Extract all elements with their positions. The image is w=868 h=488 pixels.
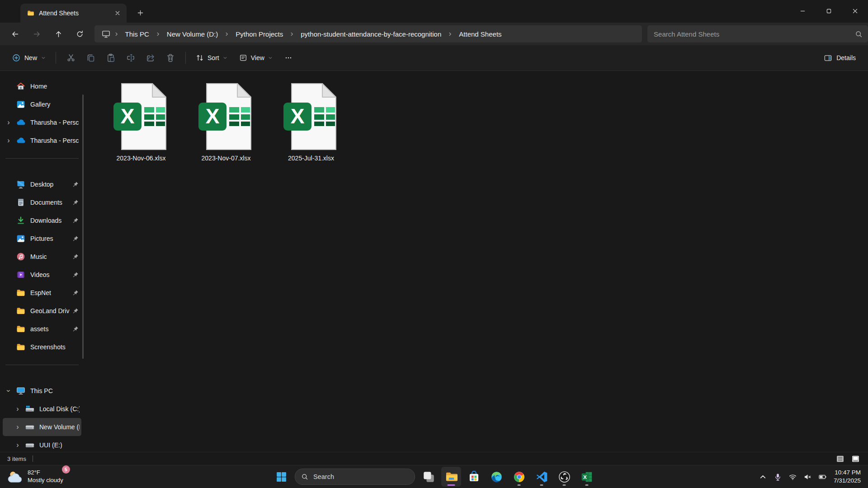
edge-button[interactable] — [486, 467, 506, 487]
sidebar-item-home[interactable]: Home — [3, 77, 81, 95]
chevron-icon[interactable] — [5, 119, 13, 126]
address-bar[interactable]: This PC New Volume (D:) Python Projects … — [94, 25, 642, 42]
pin-icon — [72, 272, 79, 278]
breadcrumb-item[interactable]: Attend Sheets — [454, 28, 506, 40]
new-tab-button[interactable] — [134, 6, 146, 19]
file-name: 2025-Jul-31.xlsx — [288, 155, 334, 162]
sidebar-item-this-pc[interactable]: This PC — [3, 382, 81, 400]
sidebar-item-screenshots[interactable]: Screenshots — [3, 338, 81, 356]
file-explorer-button[interactable] — [441, 467, 461, 487]
taskbar-search[interactable]: Search — [295, 469, 415, 485]
sidebar-item-label: Desktop — [30, 181, 72, 188]
chevron-icon[interactable] — [14, 423, 22, 431]
2023-Nov-07.xlsx[interactable]: X 2023-Nov-07.xlsx — [187, 83, 265, 164]
sidebar-item-downloads[interactable]: Downloads — [3, 211, 81, 230]
system-tray: 10:47 PM 7/31/2025 — [755, 468, 866, 486]
obs-studio-button[interactable] — [554, 467, 574, 487]
sidebar-item-uui-e[interactable]: UUI (E:) — [3, 436, 81, 452]
clock-time: 10:47 PM — [834, 469, 861, 477]
sidebar-item-videos[interactable]: Videos — [3, 266, 81, 284]
search-input[interactable] — [653, 30, 855, 38]
minimize-icon — [800, 9, 805, 14]
tab-close-button[interactable] — [112, 8, 123, 19]
minimize-button[interactable] — [789, 0, 816, 22]
sidebar-item-label: Pictures — [30, 235, 72, 242]
battery-status-icon[interactable] — [815, 468, 830, 486]
forward-button[interactable] — [27, 25, 47, 42]
task-view-button[interactable] — [419, 467, 439, 487]
gallery-icon — [16, 100, 25, 109]
hidden-icons-button[interactable] — [755, 468, 770, 486]
sidebar-item-music[interactable]: Music — [3, 248, 81, 266]
breadcrumb-item[interactable]: python-student-attendance-by-face-recogn… — [296, 28, 446, 40]
breadcrumb-item[interactable]: Python Projects — [231, 28, 288, 40]
clock[interactable]: 10:47 PM 7/31/2025 — [830, 469, 866, 485]
breadcrumb-item[interactable]: This PC — [121, 28, 154, 40]
search-box[interactable] — [647, 25, 868, 42]
weather-icon — [7, 470, 24, 484]
pin-icon — [72, 290, 79, 296]
tab-title: Attend Sheets — [39, 9, 108, 17]
arrow-left-icon — [11, 30, 19, 38]
weather-widget[interactable]: 5 82°F Mostly cloudy — [4, 468, 67, 486]
sidebar-item-local-disk-c[interactable]: Local Disk (C:) — [3, 400, 81, 418]
sidebar-item-documents[interactable]: Documents — [3, 193, 81, 211]
sidebar-item-espnet[interactable]: EspNet — [3, 284, 81, 302]
paste-button[interactable] — [101, 50, 121, 66]
chevron-icon[interactable] — [5, 137, 13, 144]
sidebar-item-geoland-drive[interactable]: GeoLand Driv — [3, 302, 81, 320]
file-name: 2023-Nov-07.xlsx — [202, 155, 251, 162]
microphone-status-icon[interactable] — [770, 468, 785, 486]
file-explorer-window: Attend Sheets This PC New Volume (D:) Py… — [0, 0, 868, 488]
cut-button[interactable] — [61, 50, 81, 66]
thumbnail-view-button[interactable] — [850, 454, 861, 464]
refresh-icon — [76, 30, 84, 38]
sidebar-item-desktop[interactable]: Desktop — [3, 175, 81, 193]
delete-button[interactable] — [160, 50, 180, 66]
share-button[interactable] — [141, 50, 160, 66]
cut-icon — [66, 53, 75, 62]
wifi-status-icon[interactable] — [785, 468, 800, 486]
excel-button[interactable]: X — [577, 467, 597, 487]
microsoft-store-button[interactable] — [464, 467, 484, 487]
chevron-icon[interactable] — [5, 387, 13, 394]
2025-Jul-31.xlsx[interactable]: X 2025-Jul-31.xlsx — [272, 83, 350, 164]
maximize-button[interactable] — [816, 0, 842, 22]
file-explorer-icon — [445, 471, 458, 483]
up-button[interactable] — [48, 25, 68, 42]
vscode-button[interactable] — [532, 467, 552, 487]
breadcrumb-item[interactable]: New Volume (D:) — [162, 28, 222, 40]
see-more-button[interactable] — [279, 50, 297, 66]
sidebar-item-pictures[interactable]: Pictures — [3, 230, 81, 248]
refresh-button[interactable] — [70, 25, 90, 42]
back-button[interactable] — [5, 25, 25, 42]
sidebar-item-assets[interactable]: assets — [3, 320, 81, 338]
navigation-bar: This PC New Volume (D:) Python Projects … — [0, 23, 868, 45]
downloads-icon — [16, 216, 25, 225]
sidebar-item-onedrive-1[interactable]: Tharusha - Persc — [3, 113, 81, 131]
2023-Nov-06.xlsx[interactable]: X 2023-Nov-06.xlsx — [102, 83, 180, 164]
chrome-button[interactable] — [509, 467, 529, 487]
chevron-icon[interactable] — [14, 441, 22, 449]
start-button[interactable] — [271, 467, 291, 487]
sort-button[interactable]: Sort — [191, 50, 232, 66]
sidebar: Home Gallery Tharusha - Persc Tharusha -… — [0, 71, 84, 452]
explorer-tab[interactable]: Attend Sheets — [20, 4, 127, 23]
volume-muted-icon[interactable] — [800, 468, 815, 486]
tray-icons — [755, 468, 830, 486]
view-button[interactable]: View — [234, 50, 278, 66]
sidebar-item-onedrive-2[interactable]: Tharusha - Persc — [3, 131, 81, 150]
sidebar-scrollbar[interactable] — [82, 94, 84, 359]
rename-button[interactable] — [121, 50, 141, 66]
details-button[interactable]: Details — [819, 50, 861, 66]
chevron-icon[interactable] — [14, 405, 22, 413]
sidebar-item-gallery[interactable]: Gallery — [3, 95, 81, 113]
close-button[interactable] — [842, 0, 868, 22]
new-plus-icon — [12, 54, 20, 62]
sidebar-item-new-volume-d[interactable]: New Volume (D:) — [3, 418, 81, 436]
copy-button[interactable] — [81, 50, 101, 66]
list-view-button[interactable] — [835, 454, 845, 464]
taskbar-search-label: Search — [313, 473, 334, 480]
svg-text:X: X — [121, 104, 135, 128]
new-button[interactable]: New — [7, 50, 51, 66]
